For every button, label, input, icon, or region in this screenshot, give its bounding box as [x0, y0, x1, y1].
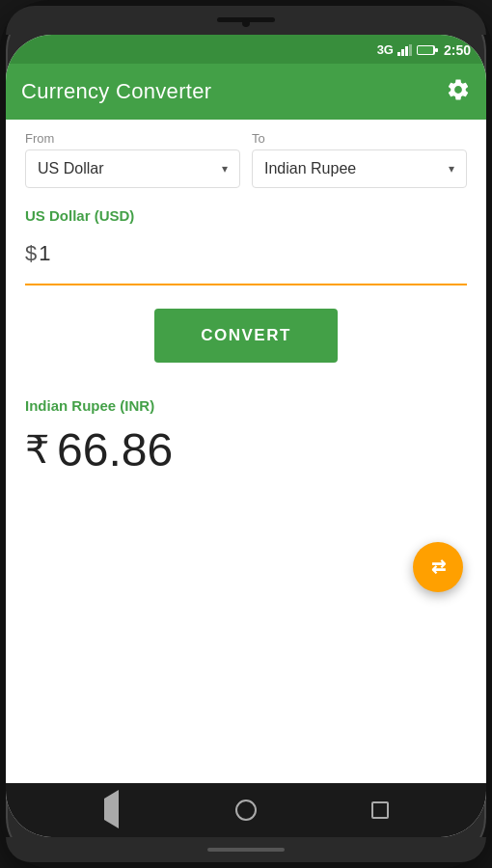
from-selector-group: From US Dollar ▾ — [25, 131, 240, 188]
status-icons: 3G 2:50 — [377, 42, 471, 58]
time-text: 2:50 — [444, 42, 471, 58]
input-symbol: $ — [25, 241, 37, 266]
input-currency-label: US Dollar (USD) — [25, 207, 467, 224]
svg-rect-3 — [409, 44, 412, 56]
currency-selector-row: From US Dollar ▾ To Indian Rupee ▾ — [6, 120, 486, 188]
to-dropdown[interactable]: Indian Rupee ▾ — [252, 149, 467, 188]
nav-home-button[interactable] — [229, 793, 263, 827]
svg-rect-1 — [401, 49, 404, 56]
recent-icon — [371, 801, 389, 819]
amount-input[interactable] — [39, 241, 467, 266]
svg-rect-2 — [405, 46, 408, 56]
back-icon — [104, 799, 119, 821]
input-wrapper: $ — [25, 233, 467, 274]
phone-bottom-bar — [6, 837, 486, 862]
home-indicator — [207, 848, 285, 852]
convert-button[interactable]: CONVERT — [154, 309, 338, 363]
settings-button[interactable] — [446, 77, 471, 106]
app-title: Currency Converter — [21, 79, 211, 104]
fab-area: ⇄ — [6, 496, 486, 650]
result-value-wrapper: ₹ 66.86 — [25, 423, 467, 476]
main-content: From US Dollar ▾ To Indian Rupee ▾ US Do… — [6, 120, 486, 783]
phone-notch — [6, 6, 486, 35]
svg-rect-0 — [397, 52, 400, 56]
result-currency-label: Indian Rupee (INR) — [25, 397, 467, 414]
front-camera — [242, 19, 250, 27]
from-dropdown-arrow: ▾ — [222, 162, 228, 176]
input-section: US Dollar (USD) $ — [6, 188, 486, 284]
result-amount: 66.86 — [57, 423, 173, 476]
from-dropdown[interactable]: US Dollar ▾ — [25, 149, 240, 188]
home-icon — [235, 800, 257, 821]
from-selected-value: US Dollar — [38, 160, 103, 177]
nav-recent-button[interactable] — [363, 793, 397, 827]
swap-fab-button[interactable]: ⇄ — [413, 542, 463, 592]
nav-bar — [6, 783, 486, 837]
from-label: From — [25, 131, 240, 146]
gear-icon — [446, 77, 471, 102]
status-bar: 3G 2:50 — [6, 35, 486, 64]
result-section: Indian Rupee (INR) ₹ 66.86 — [6, 382, 486, 496]
phone-screen: 3G 2:50 Currency Converter — [6, 35, 486, 837]
app-header: Currency Converter — [6, 64, 486, 120]
signal-text: 3G — [377, 42, 394, 57]
phone-frame: 3G 2:50 Currency Converter — [0, 0, 492, 868]
to-selector-group: To Indian Rupee ▾ — [252, 131, 467, 188]
to-selected-value: Indian Rupee — [264, 160, 356, 177]
to-dropdown-arrow: ▾ — [449, 162, 454, 176]
svg-rect-6 — [435, 48, 438, 52]
to-label: To — [252, 131, 467, 146]
signal-bars-icon — [397, 44, 413, 56]
battery-icon — [417, 44, 438, 56]
convert-button-wrapper: CONVERT — [6, 285, 486, 382]
svg-rect-5 — [418, 46, 433, 54]
result-symbol: ₹ — [25, 427, 49, 472]
nav-back-button[interactable] — [95, 793, 129, 827]
swap-arrows-icon: ⇄ — [431, 556, 446, 578]
